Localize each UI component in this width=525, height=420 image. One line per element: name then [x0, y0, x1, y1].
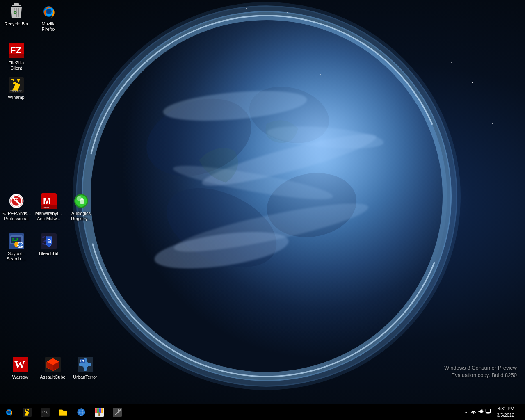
network-tray-icon[interactable]	[470, 409, 476, 415]
urbanterror-label: UrbanTerror	[73, 374, 97, 380]
auslogics-label: Auslogics Registry...	[67, 211, 95, 221]
cmd-taskbar-button[interactable]: C:\ _	[36, 404, 54, 420]
svg-text:FZ: FZ	[10, 45, 21, 55]
recycle-bin-label: Recycle Bin	[4, 21, 28, 27]
volume-tray-icon[interactable]	[478, 409, 484, 415]
system-tray: ▲	[461, 404, 493, 420]
svg-point-38	[15, 199, 16, 200]
svg-rect-94	[95, 408, 97, 413]
winamp-taskbar-button[interactable]	[18, 404, 36, 420]
svg-rect-96	[99, 408, 101, 413]
watermark-line2: Evaluation copy. Build 8250	[444, 372, 517, 379]
svg-text:B: B	[47, 238, 51, 244]
mozilla-firefox-icon[interactable]: Mozilla Firefox	[33, 1, 64, 34]
svg-text:W: W	[14, 359, 25, 371]
svg-text:♻: ♻	[13, 10, 17, 15]
svg-text:M: M	[43, 196, 50, 206]
firefox-label: Mozilla Firefox	[35, 21, 62, 32]
security-row1-group: SUPERAntis...Professional M bytes Malwar…	[0, 189, 97, 225]
filezilla-icon[interactable]: FZ FileZilla Client	[1, 40, 32, 73]
security-row2-group: 010 101 S Spybot - Search ...	[0, 230, 65, 265]
svg-point-37	[14, 198, 18, 202]
auslogics-icon[interactable]: Auslogics Registry...	[66, 190, 96, 224]
malwarebytes-label: Malwarebyt... Anti-Malw...	[35, 211, 62, 221]
svg-point-39	[16, 199, 18, 200]
svg-rect-97	[101, 408, 103, 413]
svg-point-80	[8, 411, 10, 413]
recycle-bin-icon[interactable]: ♻ Recycle Bin	[1, 1, 32, 34]
svg-rect-18	[14, 3, 19, 5]
tools-taskbar-button[interactable]	[108, 404, 126, 420]
svg-line-21	[18, 8, 19, 17]
col1-icons-group: FZ FileZilla Client WINAMP Winamp	[0, 39, 32, 104]
malwarebytes-icon[interactable]: M bytes Malwarebyt... Anti-Malw...	[33, 190, 64, 224]
desktop: ♻ Recycle Bin Mozilla Firefox	[0, 0, 525, 404]
svg-rect-48	[81, 198, 83, 200]
spybot-label: Spybot - Search ...	[2, 251, 30, 262]
svg-text:WINAMP: WINAMP	[10, 89, 22, 92]
clock-date: 3/5/2012	[497, 412, 514, 418]
bleachbit-label: BleachBit	[39, 251, 58, 256]
assaultcube-icon[interactable]: AssaultCube	[37, 354, 68, 382]
watermark-line1: Windows 8 Consumer Preview	[444, 364, 517, 372]
svg-rect-29	[9, 54, 24, 58]
taskbar: C:\ _	[0, 404, 525, 420]
superantispyware-icon[interactable]: SUPERAntis...Professional	[1, 190, 32, 224]
warsow-icon[interactable]: W Warsow	[5, 354, 36, 382]
svg-text:bytes: bytes	[43, 206, 50, 209]
top-icons-group: ♻ Recycle Bin Mozilla Firefox	[0, 0, 65, 35]
bottom-icons-group: W Warsow AssaultCube	[4, 353, 101, 383]
windows-watermark: Windows 8 Consumer Preview Evaluation co…	[444, 364, 517, 379]
action-center-tray-icon[interactable]	[485, 409, 491, 415]
svg-marker-103	[479, 409, 482, 413]
paint-taskbar-button[interactable]	[90, 404, 108, 420]
firefox-taskbar-button[interactable]	[0, 404, 18, 420]
explorer-taskbar-button[interactable]	[54, 404, 72, 420]
taskbar-right: ▲	[461, 404, 525, 420]
clock-time: 8:31 PM	[497, 406, 514, 412]
filezilla-label: FileZilla Client	[2, 60, 30, 71]
network-taskbar-button[interactable]	[72, 404, 90, 420]
warsow-label: Warsow	[12, 374, 28, 380]
svg-text:S: S	[16, 243, 18, 247]
tray-expand-button[interactable]: ▲	[463, 410, 469, 414]
show-desktop-button[interactable]	[518, 404, 521, 420]
spybot-icon[interactable]: 010 101 S Spybot - Search ...	[1, 231, 32, 264]
winamp-label: Winamp	[8, 95, 24, 100]
system-clock[interactable]: 8:31 PM 3/5/2012	[493, 406, 518, 418]
superantispyware-label: SUPERAntis...Professional	[2, 211, 31, 221]
svg-point-74	[84, 363, 87, 366]
urbanterror-icon[interactable]: UT UrbanTerror	[70, 354, 100, 382]
svg-text:UT: UT	[80, 360, 84, 363]
bleachbit-icon[interactable]: 010 101 010 B BleachBit	[33, 231, 64, 264]
svg-point-102	[473, 413, 474, 414]
winamp-icon[interactable]: WINAMP Winamp	[1, 74, 32, 103]
svg-rect-95	[97, 408, 99, 413]
svg-point-26	[47, 9, 51, 14]
svg-text:_: _	[41, 413, 43, 416]
assaultcube-label: AssaultCube	[40, 374, 65, 380]
svg-rect-104	[486, 409, 491, 412]
